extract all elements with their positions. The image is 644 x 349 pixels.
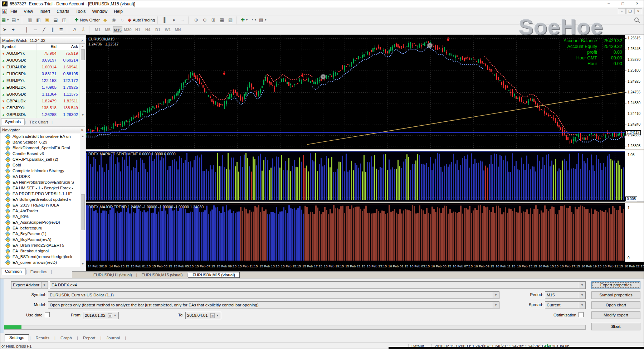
timeframe-W1[interactable]: W1 (163, 26, 172, 33)
navigator-close-icon[interactable]: × (81, 128, 83, 132)
window-separator[interactable] (86, 149, 644, 151)
autotrading-icon[interactable]: ◆AutoTrading (127, 16, 156, 24)
tab-symbols[interactable]: Symbols (1, 118, 25, 125)
menu-help[interactable]: Help (111, 8, 126, 15)
crosshair-icon[interactable]: + (9, 26, 18, 34)
price-axis[interactable]: 1.256151.254451.252701.251001.249251.247… (625, 35, 644, 262)
timeframe-M1[interactable]: M1 (93, 26, 102, 33)
start-button[interactable]: Start (591, 323, 640, 330)
tab-tick-chart[interactable]: Tick Chart (26, 119, 52, 125)
new-chart-icon[interactable]: ▦▼ (0, 16, 10, 24)
menu-view[interactable]: View (20, 8, 36, 15)
candlestick-chart-icon[interactable]: ♦ (170, 16, 178, 24)
time-axis[interactable]: 14 Feb 201814 Feb 23:1515 Feb 01:1515 Fe… (86, 262, 644, 271)
mql5-community-icon[interactable]: ◉ (109, 16, 118, 24)
strategy-tester-icon[interactable]: ◫ (60, 16, 68, 24)
tester-mode-select[interactable]: Expert Advisor▼ (11, 281, 48, 289)
menu-file[interactable]: File (7, 8, 20, 15)
search-icon[interactable] (634, 18, 639, 22)
market-watch-row[interactable]: ▲AUDUSDk0.691970.69214 (0, 57, 80, 63)
navigator-item[interactable]: EA_BSTrend(removeHedge)lock (0, 254, 80, 260)
tab-favorites[interactable]: Favorites (27, 269, 51, 275)
menu-tools[interactable]: Tools (73, 8, 89, 15)
cascade-windows-icon[interactable]: ▦ (218, 16, 226, 24)
navigator-item[interactable]: CHFJPY.parallax_sell (2) (0, 156, 80, 162)
line-chart-icon[interactable]: ~ (178, 16, 187, 24)
terminal-icon[interactable]: ⬓ (51, 16, 60, 24)
zoom-out-icon[interactable]: ⊖ (200, 16, 209, 24)
market-watch-row[interactable]: ▼GBPJPYk138.518138.549 (0, 104, 80, 111)
model-select[interactable]: Open prices only (fastest method to anal… (48, 301, 499, 309)
indicator-major-trend[interactable] (86, 204, 625, 262)
timeframe-M15[interactable]: M15 (113, 26, 122, 33)
mdi-minimize-button[interactable]: − (618, 8, 626, 14)
window-separator-2[interactable] (86, 202, 644, 203)
profiles-icon[interactable]: ▤▼ (10, 16, 20, 24)
zoom-in-icon[interactable]: ⊕ (192, 16, 200, 24)
data-window-icon[interactable]: ◧ (34, 16, 43, 24)
main-price-chart[interactable] (86, 35, 625, 149)
news-icon[interactable]: ◌ (118, 16, 127, 24)
navigator-item[interactable]: EA_beforexguru (0, 225, 80, 231)
open-chart-button[interactable]: Open chart (591, 301, 640, 309)
column-header-ask[interactable]: Ask (58, 44, 80, 50)
use-date-checkbox[interactable] (45, 312, 50, 317)
navigator-item[interactable]: EA_AsiaScalperPro(revD) (0, 219, 80, 225)
text-label-icon[interactable]: A (70, 26, 79, 34)
spread-select[interactable]: Current▼ (545, 301, 586, 309)
bar-chart-icon[interactable]: ▌ (161, 16, 170, 24)
symbol-properties-button[interactable]: Symbol properties (591, 291, 640, 299)
to-date-field[interactable]: 2019.04.01▦▼ (185, 312, 221, 319)
indicator-market-sentiment[interactable] (86, 151, 625, 202)
navigator-item[interactable]: EA HM SEF - 1 - Bengkel Forex - (0, 185, 80, 191)
navigator-item[interactable]: EA_90% (0, 214, 80, 219)
chart-tab-1[interactable]: EURUSDk,H1 (visual) (89, 272, 136, 277)
market-watch-row[interactable]: ▲EURGBPk0.881710.88195 (0, 70, 80, 77)
tester-tab-settings[interactable]: Settings (5, 334, 29, 341)
column-header-bid[interactable]: Bid (37, 44, 58, 50)
market-watch-row[interactable]: ▼AUDJPYk75.90475.919 (0, 50, 80, 57)
market-watch-row[interactable]: ▲EURUSDk1.113641.11375 (0, 91, 80, 97)
minimize-button[interactable]: − (601, 0, 616, 8)
navigator-scrollbar[interactable]: ▲ ▼ (80, 134, 85, 267)
navigator-item[interactable]: EA_Breakout signal (0, 248, 80, 254)
timeframe-M30[interactable]: M30 (123, 26, 132, 33)
navigator-item[interactable]: EA_BrainTrend2SigALERT5 (0, 242, 80, 248)
market-watch-row[interactable]: ▼GBPAUDk1.824791.82511 (0, 97, 80, 104)
indicators-icon[interactable]: ✚▼ (240, 16, 249, 24)
maximize-button[interactable]: □ (616, 0, 630, 8)
navigator-item[interactable]: EA_2019 TREND IYIOLA (0, 202, 80, 208)
menu-window[interactable]: Window (89, 8, 111, 15)
periods-icon[interactable]: ◔▼ (249, 16, 258, 24)
chart-tab-3[interactable]: EURUSDk,M15 (visual) (188, 272, 240, 278)
market-watch-row[interactable]: ▲EURNZDk1.709051.70925 (0, 84, 80, 91)
vertical-line-icon[interactable]: │ (23, 26, 31, 34)
arrows-tool-icon[interactable]: ⇩ (79, 26, 88, 34)
timeframe-H4[interactable]: H4 (143, 26, 152, 33)
expert-advisor-select[interactable]: EA DDFX.ex4▼ (50, 281, 586, 289)
timeframe-MN[interactable]: MN (173, 26, 182, 33)
horizontal-line-icon[interactable]: ─ (31, 26, 40, 34)
market-watch-close-icon[interactable]: × (81, 38, 83, 43)
navigator-item[interactable]: Candle Based v3 (0, 151, 80, 156)
mdi-close-button[interactable]: × (634, 8, 642, 14)
new-order-icon[interactable]: ✚New Order (73, 16, 101, 24)
metaeditor-icon[interactable]: ◆ (101, 16, 109, 24)
market-watch-scrollbar[interactable]: ▲ ▼ (80, 44, 85, 118)
navigator-item[interactable]: EA-BollingerBreakout updated v (0, 197, 80, 202)
templates-icon[interactable]: ▨▼ (258, 16, 268, 24)
modify-expert-button[interactable]: Modify expert (591, 311, 640, 319)
navigator-item[interactable]: EA DDFX (0, 174, 80, 179)
tile-windows-icon[interactable]: ⊞ (209, 16, 218, 24)
expert-properties-button[interactable]: Expert properties (591, 281, 640, 289)
navigator-item[interactable]: EA_curver-arrows(revD) (0, 260, 80, 265)
timeframe-D1[interactable]: D1 (153, 26, 162, 33)
navigator-item[interactable]: AlgoTradeSoft Innovative EA un (0, 134, 80, 139)
chart-tab-2[interactable]: EURUSDk,M15 (visual) (137, 272, 187, 277)
arrange-windows-icon[interactable]: ▧ (226, 16, 235, 24)
optimization-checkbox[interactable] (579, 312, 584, 317)
column-header-symbol[interactable]: Symbol (0, 44, 37, 50)
trendline-icon[interactable]: ╱ (40, 26, 48, 34)
navigator-item[interactable]: Bank Scalper_6.29 (0, 139, 80, 145)
from-date-field[interactable]: 2019.01.02▦▼ (83, 312, 119, 319)
